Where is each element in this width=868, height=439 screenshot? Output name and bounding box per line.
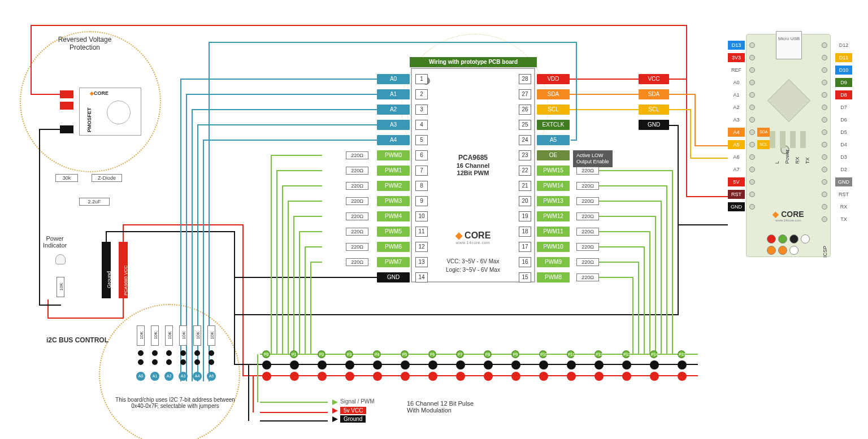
hole-l-9 [749,154,755,160]
pin-num-24: 24 [519,135,531,145]
ard-l-rst: RST [728,190,745,199]
i2c-addr-A0: A0 [136,372,145,381]
pin-lbl-scl: SCL [537,105,570,115]
res-right-8: 220Ω [576,197,599,205]
res-left-7: 220Ω [346,182,368,190]
ard-l-a7: A7 [728,165,745,174]
pin-num-7: 7 [415,166,428,176]
pin-lbl-pwm10: PWM10 [537,242,570,252]
bus-gnd-11 [567,360,576,370]
bus-gnd-7 [456,360,465,370]
pin-lbl-a0: A0 [377,74,410,84]
ard-l-a2: A2 [728,103,745,112]
pin-lbl-pwm8: PWM8 [537,272,570,282]
pin-num-27: 27 [519,89,531,99]
hole-l-1 [749,55,755,60]
bus-vcc-8 [484,372,493,381]
bus-vcc-14 [650,372,659,381]
hole-r-6 [822,117,827,123]
pin-num-11: 11 [415,227,428,237]
port-P1: P1 [290,350,298,358]
ard-l-a0: A0 [728,78,745,87]
bus-gnd-10 [539,360,548,370]
bus-vcc-7 [456,372,465,381]
res-right-11: 220Ω [576,243,599,251]
bus-vcc-6 [428,372,437,381]
bus-gnd-15 [678,360,687,370]
ard-l-3v3: 3V3 [728,53,745,62]
ard-l-ref: REF [728,66,745,75]
ard-l-gnd: GND [728,202,745,211]
res-left-8: 220Ω [346,197,368,205]
pin-num-14: 14 [415,272,428,282]
pin-lbl-pwm13: PWM13 [537,196,570,206]
i2c-res-1: 10K [151,325,159,346]
bus-vcc-1 [290,372,299,381]
res-left-6: 220Ω [346,167,368,175]
ard-r-d12: D12 [835,41,852,50]
hole-r-11 [822,179,827,185]
pin-lbl-pwm14: PWM14 [537,181,570,191]
pin-num-17: 17 [519,242,531,252]
res-left-12: 220Ω [346,258,368,266]
hole-l-8 [749,142,755,147]
ard-l-a4: A4 [728,128,745,137]
pin-lbl-gnd: GND [377,272,410,282]
ard-r-d3: D3 [835,153,852,162]
ard-l-d13: D13 [728,41,745,50]
bus-vcc-10 [539,372,548,381]
pin-num-16: 16 [519,257,531,267]
ard-r-d9: D9 [835,78,852,87]
hole-r-14 [822,216,827,222]
hole-l-6 [749,117,755,123]
hole-l-13 [749,204,755,210]
i2c-addr-A2: A2 [164,372,173,381]
hole-r-4 [822,92,827,98]
pin-num-15: 15 [519,272,531,282]
bus-gnd-4 [373,360,382,370]
pin-num-25: 25 [519,120,531,130]
i2c-res-2: 10K [165,325,173,346]
port-P3: P3 [345,350,353,358]
ard-l-a5: A5 [728,140,745,149]
ard-l-a3: A3 [728,115,745,124]
ard-l-5v: 5V [728,177,745,186]
res-right-6: 220Ω [576,167,599,175]
a4-sda-tag: SDA [757,128,770,137]
bus-gnd-12 [594,360,604,370]
ard-side-tx: TX [805,157,810,164]
a5-scl-tag: SCL [757,140,770,149]
hole-r-8 [822,142,827,147]
ard-r-d6: D6 [835,115,852,124]
pin-lbl-vdd: VDD [537,74,570,84]
pin-lbl-pwm15: PWM15 [537,166,570,176]
res-left-11: 220Ω [346,243,368,251]
bus-vcc-3 [345,372,354,381]
ard-r-rx: RX [835,202,852,211]
hole-r-2 [822,67,827,73]
pin-num-20: 20 [519,196,531,206]
pin-num-19: 19 [519,211,531,221]
ard-r-d11: D11 [835,53,852,62]
bus-gnd-9 [511,360,520,370]
pin-lbl-pwm9: PWM9 [537,257,570,267]
res-left-5: 220Ω [346,151,368,159]
ard-r-d2: D2 [835,165,852,174]
bus-vcc-0 [262,372,271,381]
pin-num-8: 8 [415,181,428,191]
i2c-res-4: 10K [193,325,201,346]
pin-num-13: 13 [415,257,428,267]
pin-lbl-pwm4: PWM4 [377,211,410,221]
bus-gnd-13 [622,360,631,370]
hole-r-12 [822,192,827,197]
port-P14: P14 [650,350,658,358]
hole-r-13 [822,204,827,210]
hole-l-2 [749,67,755,73]
i2c-addr-A3: A3 [179,372,188,381]
res-right-7: 220Ω [576,182,599,190]
port-P11: P11 [567,350,575,358]
hole-r-9 [822,154,827,160]
pin-lbl-a3: A3 [377,120,410,130]
pin-num-22: 22 [519,166,531,176]
port-P12: P12 [594,350,602,358]
